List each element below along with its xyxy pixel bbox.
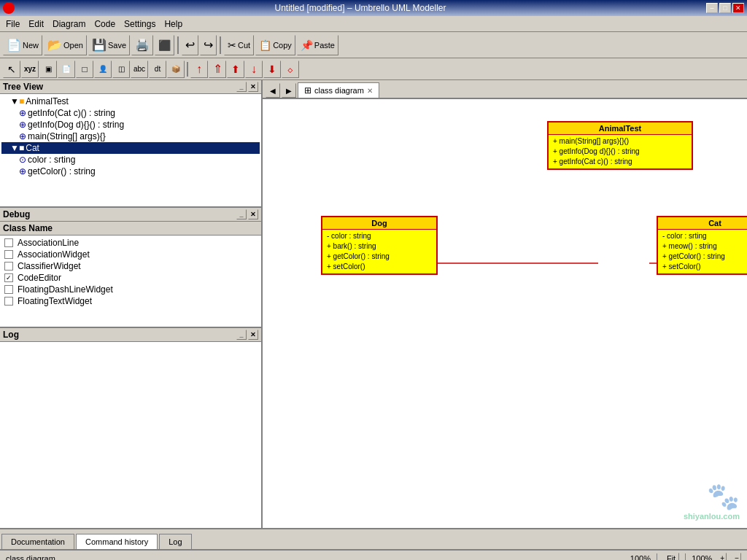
menu-settings[interactable]: Settings xyxy=(120,18,160,31)
tree-item-color[interactable]: ⊙ color : srting xyxy=(1,154,260,166)
tab-documentation[interactable]: Documentation xyxy=(1,534,74,549)
select-tool[interactable]: ↖ xyxy=(3,61,20,78)
toolbar-sep-2 xyxy=(220,36,221,54)
close-button[interactable]: ✕ xyxy=(732,3,744,13)
checkbox-classifierwidget[interactable] xyxy=(4,262,13,271)
toolbar-sep-1 xyxy=(177,36,179,54)
cut-button[interactable]: ✂ Cut xyxy=(224,35,254,55)
export-button[interactable]: ⬛ xyxy=(155,35,174,55)
zoom-out-button[interactable]: − xyxy=(732,553,741,560)
class-tool[interactable]: ▣ xyxy=(39,61,57,78)
enum-tool[interactable]: abc xyxy=(131,61,148,78)
member-row: + setColor() xyxy=(327,262,432,272)
print-button[interactable]: 🖨️ xyxy=(131,35,153,55)
class-animaltest[interactable]: AnimalTest + main(String[] args){}() + g… xyxy=(547,121,693,170)
diagram-panel: ◀ ▶ ⊞ class diagram ✕ xyxy=(263,80,747,528)
tree-item-main[interactable]: ⊕ main(String[] args){} xyxy=(1,131,260,142)
tree-item-getcolor[interactable]: ⊕ getColor() : string xyxy=(1,166,260,177)
fit-button[interactable]: Fit xyxy=(663,553,679,561)
menu-code[interactable]: Code xyxy=(90,18,120,31)
redo-button[interactable]: ↪ xyxy=(200,35,217,55)
pkg-tool[interactable]: 📦 xyxy=(167,61,185,78)
log-controls[interactable]: _ ✕ xyxy=(236,330,258,340)
main-area: Tree View _ ✕ ▼ ■ AnimalTest ⊕ getInfo(C… xyxy=(0,80,747,528)
menu-file[interactable]: File xyxy=(1,18,24,31)
class-cat[interactable]: Cat - color : srting + meow() : string +… xyxy=(657,216,747,275)
debug-item-classifierwidget[interactable]: ClassifierWidget xyxy=(1,260,260,272)
titlebar: Untitled [modified] – Umbrello UML Model… xyxy=(0,0,747,16)
assoc-up3-tool[interactable]: ⬆ xyxy=(227,61,244,78)
tab-log[interactable]: Log xyxy=(159,534,191,549)
debug-column-header: Class Name xyxy=(0,222,261,236)
tree-item-getinfo-cat[interactable]: ⊕ getInfo(Cat c)() : string xyxy=(1,107,260,119)
checkbox-floatingtext[interactable] xyxy=(4,297,13,306)
method-row: + getInfo(Dog d){}() : string xyxy=(553,147,687,157)
debug-item-floatingtext[interactable]: FloatingTextWidget xyxy=(1,295,260,307)
paste-icon: 📌 xyxy=(301,39,313,51)
checkbox-assocwidget[interactable] xyxy=(4,250,13,259)
checkbox-assocline[interactable] xyxy=(4,238,13,247)
menu-diagram[interactable]: Diagram xyxy=(48,18,90,31)
watermark: 🐾 shiyanlou.com xyxy=(684,481,740,521)
tool-sep-1 xyxy=(187,62,188,77)
tree-view-close[interactable]: ✕ xyxy=(248,82,258,92)
log-close[interactable]: ✕ xyxy=(248,330,258,340)
interface-tool[interactable]: ◫ xyxy=(112,61,130,78)
debug-close[interactable]: ✕ xyxy=(248,209,258,219)
datatype-tool[interactable]: dt xyxy=(149,61,166,78)
tree-item-animaltest[interactable]: ▼ ■ AnimalTest xyxy=(1,96,260,107)
note-tool[interactable]: 📄 xyxy=(58,61,75,78)
debug-item-floatingdash[interactable]: FloatingDashLineWidget xyxy=(1,284,260,295)
assoc-down-tool[interactable]: ↓ xyxy=(245,61,263,78)
bottom-tab-bar: Documentation Command history Log xyxy=(0,528,747,550)
class-dog[interactable]: Dog - color : string + bark() : string +… xyxy=(321,216,438,275)
text-tool[interactable]: xyz xyxy=(21,61,39,78)
menu-edit[interactable]: Edit xyxy=(24,18,48,31)
tree-view-controls[interactable]: _ ✕ xyxy=(236,82,258,92)
tree-item-getinfo-dog[interactable]: ⊕ getInfo(Dog d){}() : string xyxy=(1,119,260,131)
debug-item-assocwidget[interactable]: AssociationWidget xyxy=(1,249,260,260)
debug-item-assocline[interactable]: AssociationLine xyxy=(1,237,260,249)
maximize-button[interactable]: □ xyxy=(719,3,731,13)
tree-view-minimize[interactable]: _ xyxy=(236,82,247,92)
member-row: + bark() : string xyxy=(327,241,432,252)
debug-minimize[interactable]: _ xyxy=(236,209,247,219)
zoom-in-button[interactable]: + xyxy=(718,553,727,560)
actor-tool[interactable]: 👤 xyxy=(94,61,112,78)
diagram-icon: ⊞ xyxy=(304,85,311,96)
class-icon: ■ xyxy=(19,96,24,106)
undo-button[interactable]: ↩ xyxy=(182,35,198,55)
box-tool[interactable]: □ xyxy=(76,61,93,78)
tab-command-history[interactable]: Command history xyxy=(76,534,158,549)
save-button[interactable]: 💾 Save xyxy=(88,35,130,55)
assoc-up2-tool[interactable]: ⇑ xyxy=(209,61,226,78)
tab-forward-button[interactable]: ▶ xyxy=(282,83,296,98)
checkbox-codeeditor[interactable] xyxy=(4,273,13,282)
menu-help[interactable]: Help xyxy=(160,18,187,31)
print-icon: 🖨️ xyxy=(135,38,150,52)
copy-button[interactable]: 📋 Copy xyxy=(255,35,295,55)
tab-class-diagram[interactable]: ⊞ class diagram ✕ xyxy=(298,82,379,98)
window-controls[interactable]: – □ ✕ xyxy=(706,3,744,13)
debug-label: Debug xyxy=(3,209,30,219)
window-icon xyxy=(3,2,15,14)
paste-button[interactable]: 📌 Paste xyxy=(297,35,338,55)
assoc-down3-tool[interactable]: ⬦ xyxy=(282,61,299,78)
tree-item-cat[interactable]: ▼ ■ Cat xyxy=(1,142,260,154)
status-bar: class diagram 100% Fit 100% + − xyxy=(0,550,747,560)
diagram-canvas[interactable]: AnimalTest + main(String[] args){}() + g… xyxy=(263,99,747,528)
new-button[interactable]: 📄 New xyxy=(3,35,42,55)
tab-close-button[interactable]: ✕ xyxy=(367,87,373,95)
copy-icon: 📋 xyxy=(259,39,271,51)
open-button[interactable]: 📂 Open xyxy=(44,35,87,55)
tab-back-button[interactable]: ◀ xyxy=(266,83,280,98)
log-minimize[interactable]: _ xyxy=(236,330,247,340)
debug-item-codeeditor[interactable]: CodeEditor xyxy=(1,272,260,284)
zoom-label: 100% xyxy=(630,554,651,561)
assoc-up-tool[interactable]: ↑ xyxy=(190,61,208,78)
debug-controls[interactable]: _ ✕ xyxy=(236,209,258,219)
checkbox-floatingdash[interactable] xyxy=(4,285,13,294)
minimize-button[interactable]: – xyxy=(706,3,718,13)
assoc-down2-tool[interactable]: ⬇ xyxy=(263,61,281,78)
save-icon: 💾 xyxy=(92,38,107,52)
